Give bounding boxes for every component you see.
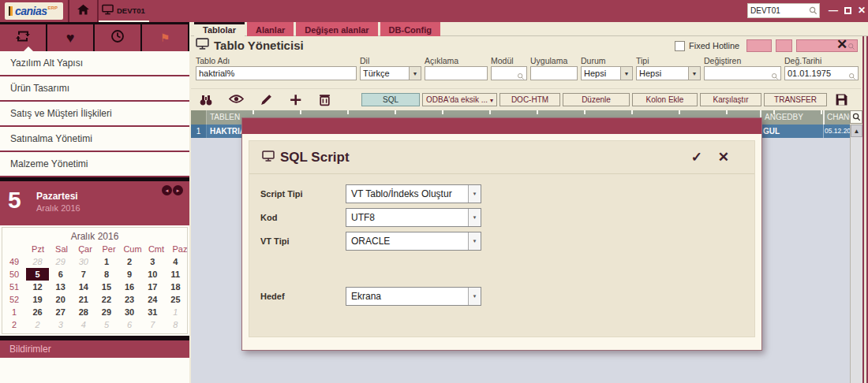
toolbar-button[interactable]: Kolon Ekle▾ — [632, 93, 698, 106]
chevron-down-icon[interactable]: ▼ — [688, 67, 700, 80]
calendar-cell[interactable]: 30 — [72, 255, 95, 268]
sidebar-pin[interactable]: ⚑ — [142, 24, 189, 51]
sidebar-tab-favorites[interactable]: ♥ — [47, 24, 95, 51]
calendar-cell[interactable]: 8 — [95, 268, 118, 281]
chevron-down-icon[interactable]: ▼ — [468, 185, 481, 203]
view-eye-icon[interactable] — [229, 93, 244, 106]
dialog-select[interactable]: ORACLE ▼ — [346, 232, 481, 251]
filter-input[interactable]: Hepsi — [582, 67, 620, 80]
column-header-changedby[interactable]: ANGEDBY — [760, 110, 823, 125]
calendar-cell[interactable]: 30 — [118, 306, 141, 318]
calendar-cell[interactable]: 6 — [49, 268, 72, 281]
tab[interactable]: Tablolar — [194, 22, 245, 36]
toolbar-button[interactable]: Karşılaştır▾ — [700, 93, 761, 106]
env-tab-devt01[interactable]: DEVT01 — [99, 0, 149, 22]
calendar-cell[interactable]: 1 — [95, 255, 118, 268]
find-binoculars-icon[interactable] — [199, 93, 213, 106]
toolbar-button[interactable]: SQL▾ — [361, 93, 420, 106]
calendar-cell[interactable]: 27 — [49, 306, 72, 318]
calendar-cell[interactable]: 17 — [141, 281, 164, 293]
scroll-up-arrow[interactable]: ▲ — [851, 125, 862, 137]
calendar-next-button[interactable]: ► — [173, 185, 183, 195]
calendar-cell[interactable]: 15 — [95, 281, 118, 293]
add-plus-icon[interactable] — [289, 93, 302, 106]
calendar-cell[interactable]: 14 — [72, 281, 95, 293]
fixed-hotline-checkbox[interactable] — [675, 41, 685, 51]
toolbar-button[interactable]: DOC-HTM▾ — [499, 93, 560, 106]
filter-input[interactable]: haktrial% — [196, 67, 356, 80]
dialog-select[interactable]: UTF8 ▼ — [346, 208, 481, 227]
calendar-cell[interactable]: 6 — [118, 318, 141, 331]
filter-input[interactable] — [425, 67, 487, 80]
sidebar-menu-item[interactable]: Satış ve Müşteri İlişkileri — [0, 102, 189, 127]
calendar-cell[interactable]: 16 — [118, 281, 141, 293]
panel-close-button[interactable]: ✕ — [836, 36, 847, 53]
calendar-cell[interactable]: 5 — [95, 318, 118, 331]
chevron-down-icon[interactable]: ▼ — [468, 232, 481, 250]
calendar-cell[interactable]: 21 — [72, 293, 95, 306]
calendar-cell[interactable]: 31 — [141, 306, 164, 318]
calendar-cell[interactable]: 19 — [26, 293, 49, 306]
calendar-cell[interactable]: 4 — [72, 318, 95, 331]
calendar-cell[interactable]: 24 — [141, 293, 164, 306]
dialog-titlebar[interactable] — [242, 118, 761, 134]
canias-logo[interactable]: canias ERP — [5, 2, 63, 20]
calendar-cell[interactable]: 5 — [26, 268, 49, 281]
calendar-cell[interactable]: 8 — [164, 318, 187, 331]
calendar-cell[interactable]: 25 — [164, 293, 187, 306]
save-floppy-icon[interactable] — [835, 93, 848, 106]
chevron-down-icon[interactable]: ▼ — [468, 288, 481, 305]
calendar-cell[interactable]: 2 — [26, 318, 49, 331]
calendar-cell[interactable]: 2 — [2, 318, 26, 331]
calendar-cell[interactable]: 22 — [95, 293, 118, 306]
calendar-cell[interactable]: 4 — [164, 255, 187, 268]
calendar-cell[interactable]: 2 — [118, 255, 141, 268]
toolbar-button[interactable]: Düzenle▾ — [563, 93, 630, 106]
filter-input[interactable]: Hepsi — [637, 67, 688, 80]
notifications-header[interactable]: Bildirimler — [0, 340, 189, 358]
calendar-cell[interactable]: 13 — [49, 281, 72, 293]
maximize-button[interactable] — [841, 4, 854, 17]
filter-input[interactable] — [531, 67, 577, 80]
sidebar-menu-item[interactable]: Yazılım Alt Yapısı — [0, 51, 189, 76]
minimize-button[interactable]: — — [827, 4, 840, 17]
calendar-cell[interactable]: 26 — [26, 306, 49, 318]
edit-pencil-icon[interactable] — [260, 93, 273, 106]
dialog-select[interactable]: Ekrana ▼ — [346, 287, 481, 306]
dialog-select[interactable]: VT Tablo/İndeks Oluştur ▼ — [346, 184, 481, 203]
calendar-cell[interactable]: 12 — [26, 281, 49, 293]
search-icon[interactable] — [809, 6, 819, 15]
calendar-cell[interactable]: 49 — [2, 255, 26, 268]
calendar-cell[interactable]: 7 — [141, 318, 164, 331]
sidebar-menu-item[interactable]: Malzeme Yönetimi — [0, 152, 189, 177]
hotline-field-3[interactable] — [796, 39, 858, 52]
calendar-cell[interactable]: 1 — [2, 306, 26, 318]
sidebar-tab-history[interactable] — [95, 24, 142, 51]
calendar-cell[interactable]: 18 — [164, 281, 187, 293]
toolbar-button[interactable]: TRANSFER▾ — [764, 93, 827, 106]
search-icon[interactable] — [517, 69, 525, 84]
delete-trash-icon[interactable] — [318, 93, 331, 106]
vertical-scrollbar[interactable]: ▲ — [850, 125, 862, 383]
dialog-close-button[interactable]: ✕ — [718, 149, 729, 165]
tab[interactable]: DB-Config — [380, 22, 440, 36]
calendar-cell[interactable]: 9 — [118, 268, 141, 281]
calendar-cell[interactable]: 3 — [49, 318, 72, 331]
search-icon[interactable] — [771, 69, 779, 84]
filter-input[interactable]: 01.01.1975 — [785, 67, 858, 80]
dialog-confirm-button[interactable]: ✓ — [691, 149, 702, 165]
calendar-cell[interactable]: 1 — [164, 306, 187, 318]
hotline-field-1[interactable] — [746, 39, 772, 52]
calendar-prev-button[interactable]: ◄ — [162, 185, 172, 195]
tab[interactable]: Değişen alanlar — [296, 22, 377, 36]
sidebar-menu-item[interactable]: Satınalma Yönetimi — [0, 127, 189, 152]
sidebar-menu-item[interactable]: Ürün Tasarımı — [0, 76, 189, 102]
calendar-cell[interactable]: 23 — [118, 293, 141, 306]
calendar-cell[interactable]: 3 — [141, 255, 164, 268]
calendar-cell[interactable]: 29 — [49, 255, 72, 268]
calendar-cell[interactable]: 28 — [26, 255, 49, 268]
calendar-cell[interactable]: 7 — [72, 268, 95, 281]
filter-input[interactable]: Türkçe — [361, 67, 409, 80]
calendar-cell[interactable]: 52 — [2, 293, 26, 306]
filter-input[interactable] — [705, 67, 780, 80]
